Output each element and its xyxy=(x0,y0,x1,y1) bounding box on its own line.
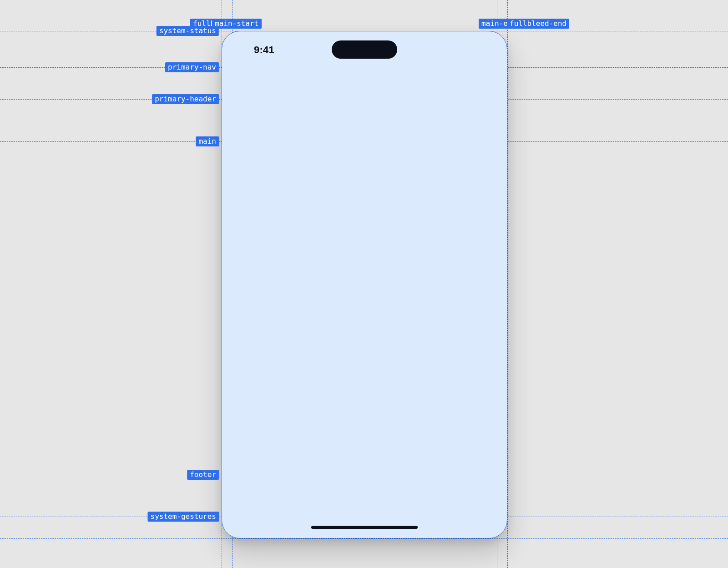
label-system-gestures: system-gestures xyxy=(148,512,219,522)
label-footer: footer xyxy=(187,470,219,480)
label-system-status: system-status xyxy=(157,26,219,36)
phone-frame: 9:41 xyxy=(222,31,507,538)
label-primary-nav: primary-nav xyxy=(165,62,219,72)
guide-fullbleed-end xyxy=(507,0,508,568)
label-main: main xyxy=(196,136,219,146)
label-main-start: main-start xyxy=(212,19,261,29)
label-primary-header: primary-header xyxy=(152,94,219,104)
dynamic-island xyxy=(332,40,397,59)
phone-inner-border xyxy=(222,31,507,538)
label-fullbleed-end: fullbleed-end xyxy=(507,19,569,29)
status-time: 9:41 xyxy=(254,44,274,56)
guide-phone-bottom xyxy=(0,538,728,539)
home-indicator[interactable] xyxy=(311,526,418,529)
